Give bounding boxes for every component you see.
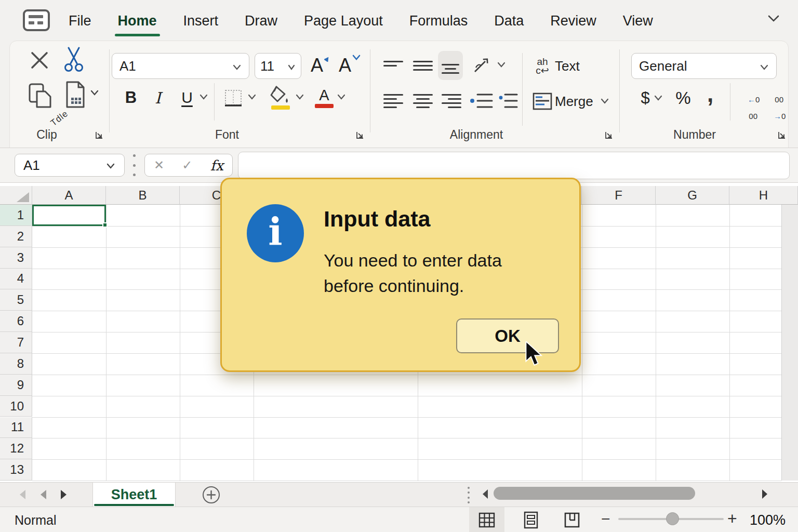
ribbon-display-icon[interactable] — [23, 9, 50, 31]
menu-tab-home[interactable]: Home — [117, 10, 158, 32]
merge-icon[interactable] — [531, 89, 554, 113]
zoom-out-button[interactable]: − — [601, 510, 610, 528]
column-header-H[interactable]: H — [729, 186, 798, 205]
scroll-right-arrow-icon[interactable] — [761, 488, 769, 502]
row-header-9[interactable]: 9 — [0, 375, 32, 396]
font-dialog-launcher[interactable] — [356, 131, 365, 140]
normal-view-button[interactable] — [477, 511, 497, 529]
orientation-dropdown-chevron-icon[interactable] — [497, 61, 506, 68]
number-dialog-launcher[interactable] — [778, 131, 787, 140]
row-header-7[interactable]: 7 — [0, 332, 32, 353]
select-all-corner[interactable] — [0, 186, 32, 205]
italic-button[interactable]: I — [148, 84, 168, 111]
wrap-text-icon[interactable]: ah c↩ — [531, 53, 554, 79]
zoom-in-button[interactable]: + — [727, 509, 737, 528]
increase-decimal-button[interactable]: ←0 00 — [735, 87, 757, 129]
horizontal-scrollbar-thumb[interactable] — [494, 487, 695, 500]
decrease-decimal-button[interactable]: 00 →0 — [761, 87, 783, 129]
confirm-entry-icon[interactable]: ✓ — [182, 158, 192, 172]
menu-tab-formulas[interactable]: Formulas — [408, 10, 469, 32]
menu-tab-page-layout[interactable]: Page Layout — [303, 10, 384, 32]
page-break-view-button[interactable] — [562, 511, 582, 529]
underline-dropdown-chevron-icon[interactable] — [199, 94, 208, 100]
column-header-G[interactable]: G — [656, 186, 729, 205]
borders-dropdown-chevron-icon[interactable] — [247, 94, 257, 100]
align-right-button[interactable] — [439, 88, 464, 113]
percent-button[interactable]: % — [671, 85, 695, 111]
row-header-13[interactable]: 13 — [0, 459, 32, 481]
decrease-indent-button[interactable] — [497, 88, 520, 113]
currency-dropdown-chevron-icon[interactable] — [654, 95, 663, 101]
row-header-4[interactable]: 4 — [0, 269, 32, 290]
font-size-select[interactable]: 11 — [255, 53, 301, 79]
column-header-B[interactable]: B — [106, 186, 180, 205]
sheet-tab-active[interactable]: Sheet1 — [92, 483, 176, 507]
orientation-button[interactable] — [469, 52, 496, 79]
number-format-select[interactable]: General — [631, 53, 777, 79]
alignment-dialog-launcher[interactable] — [605, 131, 614, 140]
bold-button[interactable]: B — [119, 84, 142, 111]
add-sheet-button[interactable] — [203, 486, 220, 503]
next-sheet-arrow-icon[interactable] — [59, 489, 69, 502]
font-color-button[interactable]: A — [313, 84, 336, 111]
ribbon-collapse-chevron-icon[interactable] — [766, 14, 781, 26]
shrink-font-button[interactable]: A — [337, 52, 363, 79]
row-header-5[interactable]: 5 — [0, 289, 32, 311]
font-color-dropdown-chevron-icon[interactable] — [337, 94, 346, 100]
fill-handle[interactable] — [102, 222, 108, 228]
wrap-text-button[interactable]: Text — [555, 53, 580, 79]
paste-dropdown-chevron-icon[interactable] — [89, 89, 100, 97]
page-layout-view-button[interactable] — [522, 511, 540, 529]
clip-group-label: Clip — [18, 128, 75, 142]
menu-tab-data[interactable]: Data — [493, 10, 525, 32]
scroll-left-arrow-icon[interactable] — [481, 488, 489, 502]
row-header-8[interactable]: 8 — [0, 353, 32, 375]
align-left-button[interactable] — [381, 88, 406, 113]
row-header-1[interactable]: 1 — [0, 205, 32, 226]
insert-function-icon[interactable]: fx — [210, 157, 223, 174]
menu-tab-draw[interactable]: Draw — [244, 10, 278, 32]
middle-align-button[interactable] — [410, 53, 435, 78]
selected-cell-A1[interactable] — [32, 205, 106, 226]
row-header-3[interactable]: 3 — [0, 247, 32, 269]
formula-input[interactable] — [238, 152, 790, 179]
align-center-button[interactable] — [410, 88, 435, 113]
top-align-button[interactable] — [381, 53, 406, 78]
cut-button[interactable] — [60, 46, 87, 75]
grow-font-button[interactable]: A — [309, 52, 332, 79]
paste-button[interactable] — [61, 79, 88, 111]
increase-indent-button[interactable] — [468, 88, 495, 113]
row-header-6[interactable]: 6 — [0, 311, 32, 332]
fill-color-button[interactable] — [268, 84, 293, 111]
comma-button[interactable]: , — [701, 81, 719, 107]
menu-tab-insert[interactable]: Insert — [182, 10, 220, 32]
bottom-align-button[interactable] — [439, 55, 462, 78]
column-header-F[interactable]: F — [582, 186, 656, 205]
borders-button[interactable] — [221, 86, 245, 110]
zoom-slider-thumb[interactable] — [666, 512, 679, 525]
row-header-11[interactable]: 11 — [0, 417, 32, 438]
copy-button[interactable] — [26, 81, 55, 112]
name-box[interactable]: A1 — [15, 154, 125, 177]
cancel-entry-icon[interactable]: ✕ — [154, 158, 164, 172]
row-header-12[interactable]: 12 — [0, 438, 32, 459]
underline-button[interactable]: U — [176, 84, 198, 111]
formula-bar-drag-handle[interactable] — [131, 154, 137, 176]
previous-sheet-arrow-icon[interactable] — [38, 489, 48, 502]
merge-dropdown-chevron-icon[interactable] — [600, 98, 609, 104]
clip-dialog-launcher[interactable] — [95, 131, 104, 140]
clear-button[interactable] — [27, 48, 52, 73]
menu-tab-review[interactable]: Review — [549, 10, 597, 32]
merge-button[interactable]: Merge — [555, 89, 593, 113]
row-header-2[interactable]: 2 — [0, 226, 32, 247]
font-name-select[interactable]: A1 — [112, 53, 249, 79]
row-header-10[interactable]: 10 — [0, 396, 32, 417]
scrollbar-split-handle[interactable] — [467, 487, 471, 503]
currency-button[interactable]: $ — [636, 85, 655, 111]
first-sheet-arrow-icon[interactable] — [18, 489, 27, 502]
column-header-A[interactable]: A — [32, 186, 106, 205]
fill-color-dropdown-chevron-icon[interactable] — [295, 94, 304, 100]
font-size-value: 11 — [260, 58, 274, 74]
menu-tab-view[interactable]: View — [622, 10, 654, 32]
menu-tab-file[interactable]: File — [68, 10, 92, 32]
